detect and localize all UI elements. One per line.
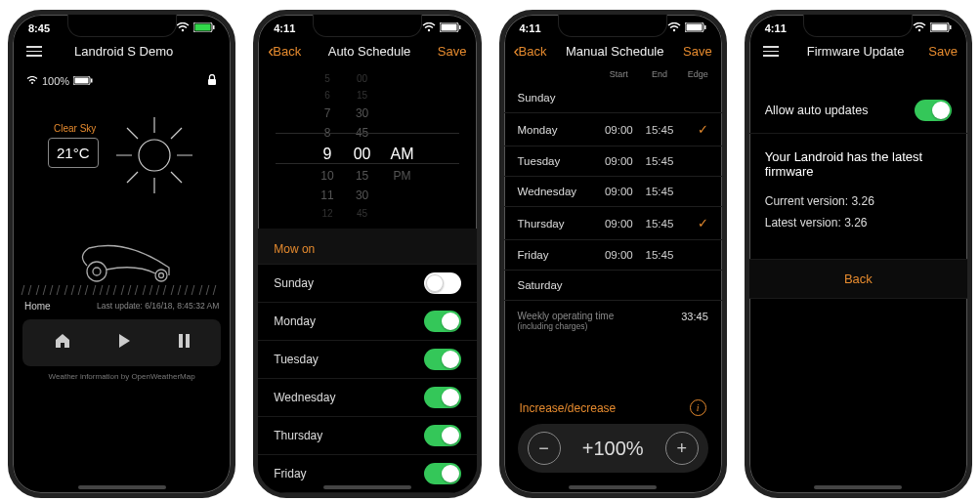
schedule-row[interactable]: Friday 09:00 15:45 xyxy=(504,240,722,271)
decrease-button[interactable]: − xyxy=(528,432,561,465)
day-toggle[interactable] xyxy=(424,272,461,294)
svg-rect-27 xyxy=(186,334,190,348)
day-label: Sunday xyxy=(274,276,314,290)
schedule-row[interactable]: Wednesday 09:00 15:45 xyxy=(504,177,722,207)
svg-point-23 xyxy=(93,268,101,275)
col-end: End xyxy=(639,69,680,79)
battery-icon xyxy=(193,22,215,34)
nav-bar: Landroid S Demo xyxy=(13,36,231,68)
sun-icon xyxy=(110,111,198,203)
status-time: 4:11 xyxy=(765,22,787,34)
svg-rect-11 xyxy=(91,78,93,82)
start-time: 09:00 xyxy=(599,155,640,167)
day-label: Thursday xyxy=(274,429,322,442)
home-indicator[interactable] xyxy=(78,485,166,489)
play-button[interactable] xyxy=(117,333,131,353)
back-label: Back xyxy=(519,44,547,59)
allow-auto-label: Allow auto updates xyxy=(765,104,869,117)
save-button[interactable]: Save xyxy=(683,44,712,59)
back-button[interactable]: ‹Back xyxy=(268,42,301,60)
mower-illustration xyxy=(13,217,231,295)
schedule-row[interactable]: Saturday xyxy=(504,271,722,301)
col-start: Start xyxy=(599,69,640,79)
schedule-row[interactable]: Tuesday 09:00 15:45 xyxy=(504,146,722,177)
wifi-icon xyxy=(176,22,190,34)
svg-rect-42 xyxy=(686,24,702,31)
svg-point-13 xyxy=(139,140,170,171)
day-toggle[interactable] xyxy=(424,387,461,408)
day-label: Friday xyxy=(274,467,306,480)
back-button[interactable]: ‹Back xyxy=(514,42,547,60)
home-indicator[interactable] xyxy=(814,485,902,489)
percent-stepper: − +100% + xyxy=(518,424,708,473)
home-button[interactable] xyxy=(54,333,71,353)
day-label: Tuesday xyxy=(274,353,319,366)
weekly-operating-time: Weekly operating time (including charges… xyxy=(504,301,722,341)
day-label: Friday xyxy=(518,249,599,261)
weather-credit: Weather information by OpenWeatherMap xyxy=(13,372,231,385)
menu-icon[interactable] xyxy=(22,42,46,61)
increase-button[interactable]: + xyxy=(665,432,699,465)
svg-rect-7 xyxy=(213,25,215,29)
svg-point-4 xyxy=(182,29,184,31)
status-label: Home xyxy=(24,301,51,312)
latest-version: Latest version: 3.26 xyxy=(749,210,967,243)
firmware-status-message: Your Landroid has the latest firmware xyxy=(749,134,967,187)
home-indicator[interactable] xyxy=(323,485,411,489)
time-picker[interactable]: 5 6 7 8 9 10 11 12 00 15 30 45 00 15 30 … xyxy=(258,67,476,229)
allow-auto-toggle[interactable] xyxy=(915,100,952,121)
weekly-label: Weekly operating time xyxy=(518,311,615,321)
day-toggle[interactable] xyxy=(424,349,461,370)
page-title: Firmware Update xyxy=(807,44,905,59)
control-bar xyxy=(22,319,221,366)
schedule-row[interactable]: Monday 09:00 15:45 ✓ xyxy=(504,113,722,146)
schedule-row[interactable]: Thursday 09:00 15:45 ✓ xyxy=(504,207,722,240)
wifi-icon xyxy=(913,22,926,34)
day-toggle[interactable] xyxy=(424,463,461,484)
svg-point-48 xyxy=(918,29,920,31)
svg-point-25 xyxy=(159,272,164,277)
day-toggle-row: Thursday xyxy=(258,416,476,454)
day-toggle-row: Wednesday xyxy=(258,378,476,416)
edge-check: ✓ xyxy=(680,122,708,137)
svg-point-22 xyxy=(87,262,107,281)
menu-icon[interactable] xyxy=(759,42,783,61)
back-button[interactable]: Back xyxy=(749,259,967,299)
battery-icon xyxy=(440,22,461,34)
col-edge: Edge xyxy=(680,69,708,79)
home-indicator[interactable] xyxy=(569,485,657,489)
svg-point-40 xyxy=(673,29,675,31)
day-label: Tuesday xyxy=(518,155,599,167)
wifi-icon xyxy=(667,22,681,34)
lock-icon[interactable] xyxy=(207,74,217,88)
day-toggle-row: Sunday xyxy=(258,264,476,302)
save-button[interactable]: Save xyxy=(438,44,467,59)
screen-auto-schedule: 4:11 ‹Back Auto Schedule Save 5 6 7 8 9 … xyxy=(253,10,481,498)
schedule-row[interactable]: Sunday xyxy=(504,83,722,113)
save-button[interactable]: Save xyxy=(928,44,958,59)
pause-button[interactable] xyxy=(177,333,191,353)
svg-line-19 xyxy=(171,172,182,183)
svg-rect-6 xyxy=(195,24,211,31)
increase-decrease-label: Increase/decrease xyxy=(520,401,617,415)
svg-point-24 xyxy=(155,270,167,281)
start-time: 09:00 xyxy=(599,124,640,136)
day-label: Monday xyxy=(518,124,599,136)
weekly-value: 33:45 xyxy=(681,311,708,331)
info-icon[interactable]: i xyxy=(690,399,706,416)
weather-block: Clear Sky 21°C xyxy=(13,94,231,178)
notch xyxy=(313,15,422,37)
current-version: Current version: 3.26 xyxy=(749,187,967,210)
ampm-picker[interactable]: AM PM xyxy=(390,73,413,219)
mow-days-section: Mow on SundayMondayTuesdayWednesdayThurs… xyxy=(258,229,476,498)
day-label: Sunday xyxy=(518,92,599,104)
wifi-icon xyxy=(26,75,38,87)
day-toggle[interactable] xyxy=(424,425,461,446)
temperature: 21°C xyxy=(48,138,99,168)
day-toggle[interactable] xyxy=(424,311,461,332)
svg-rect-10 xyxy=(75,77,89,83)
hour-picker[interactable]: 5 6 7 8 9 10 11 12 xyxy=(320,73,333,219)
minute-picker[interactable]: 00 15 30 45 00 15 30 45 xyxy=(354,73,371,219)
svg-line-18 xyxy=(127,128,138,139)
screen-manual-schedule: 4:11 ‹Back Manual Schedule Save Start En… xyxy=(499,10,727,498)
